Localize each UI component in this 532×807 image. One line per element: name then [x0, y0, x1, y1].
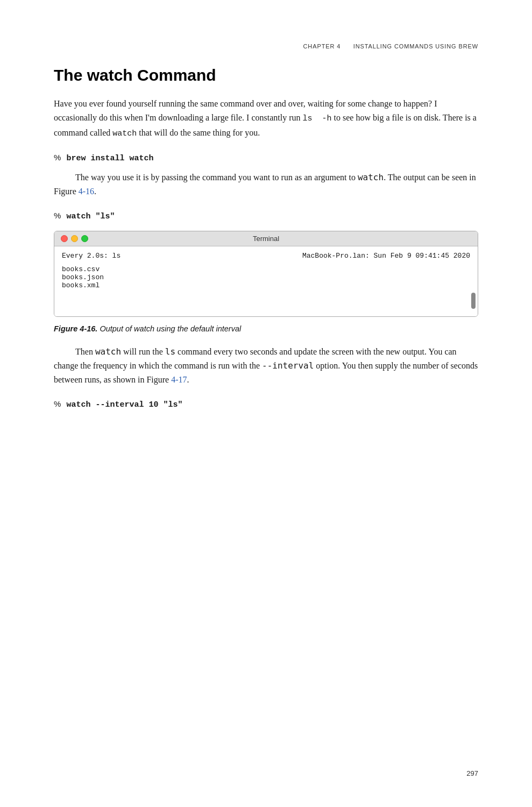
- terminal-titlebar: Terminal: [54, 231, 478, 246]
- command-watch-interval: % watch --interval 10 "ls": [54, 399, 478, 409]
- command-brew-install: % brew install watch: [54, 153, 478, 163]
- chapter-header: CHAPTER 4 INSTALLING COMMANDS USING BREW: [54, 43, 478, 49]
- figure-caption-416: Figure 4-16. Output of watch using the d…: [54, 324, 478, 333]
- inline-code-watch: watch: [112, 129, 137, 138]
- chapter-label: CHAPTER 4: [303, 43, 341, 49]
- page-number: 297: [466, 769, 478, 777]
- prompt-symbol-3: %: [54, 399, 61, 408]
- terminal-hostname: MacBook-Pro.lan: Sun Feb 9 09:41:45 2020: [302, 252, 470, 260]
- terminal-file-1: books.csv: [62, 265, 470, 273]
- close-button-icon[interactable]: [61, 235, 68, 242]
- prompt-symbol-2: %: [54, 211, 61, 220]
- terminal-window: Terminal Every 2.0s: ls MacBook-Pro.lan:…: [54, 231, 478, 317]
- terminal-status-line: Every 2.0s: ls MacBook-Pro.lan: Sun Feb …: [62, 252, 470, 260]
- page: CHAPTER 4 INSTALLING COMMANDS USING BREW…: [0, 0, 532, 807]
- intro-paragraph: Have you ever found yourself running the…: [54, 97, 478, 141]
- paragraph-2: Then watch will run the ls command every…: [54, 345, 478, 387]
- command-watch-ls: % watch "ls": [54, 211, 478, 221]
- inline-code-watch2: watch: [358, 172, 384, 182]
- brew-install-watch-cmd: brew install watch: [67, 154, 154, 163]
- paragraph-1: The way you use it is by passing the com…: [54, 171, 478, 199]
- prompt-symbol-1: %: [54, 153, 61, 162]
- inline-code-watch3: watch: [95, 346, 121, 357]
- fig-ref-417[interactable]: 4-17: [171, 375, 187, 384]
- terminal-file-2: books.json: [62, 273, 470, 281]
- fig-ref-416[interactable]: 4-16: [79, 187, 94, 196]
- inline-code-ls: ls -h: [302, 114, 331, 123]
- watch-ls-cmd: watch "ls": [67, 212, 115, 221]
- chapter-title: INSTALLING COMMANDS USING BREW: [353, 43, 478, 49]
- inline-code-ls2: ls: [165, 346, 175, 357]
- maximize-button-icon[interactable]: [81, 235, 88, 242]
- inline-code-interval: --interval: [262, 360, 314, 371]
- terminal-body: Every 2.0s: ls MacBook-Pro.lan: Sun Feb …: [54, 246, 478, 316]
- figure-caption-text: Output of watch using the default interv…: [97, 324, 241, 333]
- terminal-file-3: books.xml: [62, 281, 470, 289]
- minimize-button-icon[interactable]: [71, 235, 78, 242]
- terminal-scrollbar[interactable]: [471, 293, 476, 309]
- terminal-buttons: [61, 235, 88, 242]
- section-title: The watch Command: [54, 66, 478, 85]
- watch-interval-cmd: watch --interval 10 "ls": [67, 400, 183, 409]
- terminal-every: Every 2.0s: ls: [62, 252, 120, 260]
- terminal-files-list: books.csv books.json books.xml: [62, 265, 470, 289]
- figure-label: Figure 4-16.: [54, 324, 97, 333]
- terminal-title-label: Terminal: [253, 235, 279, 243]
